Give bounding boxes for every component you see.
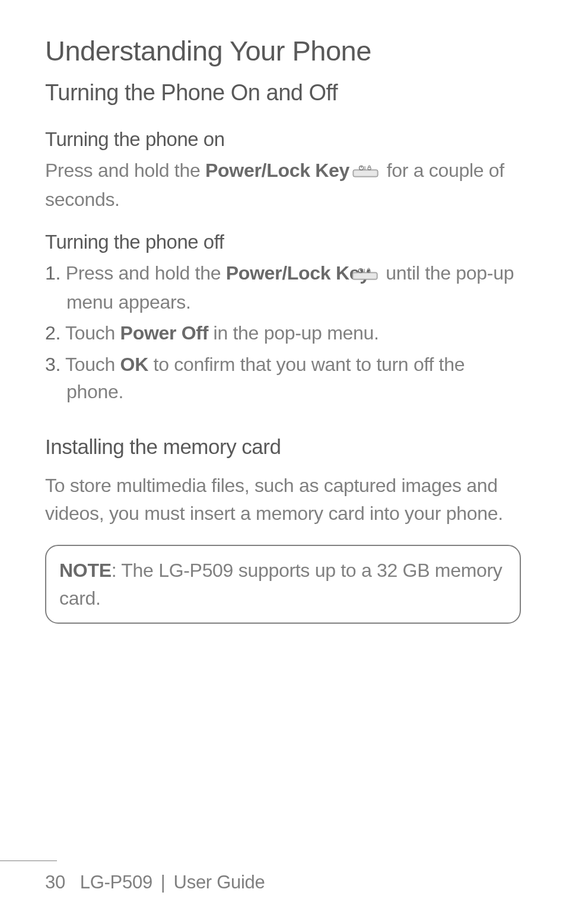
section-heading-power: Turning the Phone On and Off [45,80,521,106]
phone-off-steps: 1. Press and hold the Power/Lock Key unt… [45,259,521,405]
svg-rect-1 [354,171,377,176]
text-pre: Press and hold the [61,262,226,284]
footer-model: LG-P509 [80,872,152,893]
footer-doc: User Guide [174,872,265,893]
note-content: : The LG-P509 supports up to a 32 GB mem… [59,560,503,608]
note-label: NOTE [59,560,112,581]
text-pre: Touch [61,322,120,344]
footer-divider-line [0,861,57,862]
sub-heading-phone-on: Turning the phone on [45,128,521,151]
memory-card-body: To store multimedia files, such as captu… [45,472,521,527]
note-box: NOTE: The LG-P509 supports up to a 32 GB… [45,545,521,624]
note-text: NOTE: The LG-P509 supports up to a 32 GB… [59,557,507,612]
footer: 30 LG-P509|User Guide [45,872,265,893]
list-item: 2. Touch Power Off in the pop-up menu. [45,319,521,347]
sub-heading-phone-off: Turning the phone off [45,231,521,253]
list-marker: 1. [45,262,61,284]
power-lock-key-icon [373,261,379,288]
svg-rect-5 [368,167,371,170]
text-pre: Touch [61,354,120,375]
list-marker: 3. [45,354,61,375]
svg-rect-11 [367,270,370,272]
text-bold: OK [120,354,148,375]
page-number: 30 [45,872,65,893]
page-title: Understanding Your Phone [45,34,521,67]
list-item: 1. Press and hold the Power/Lock Key unt… [45,259,521,316]
text-pre: Press and hold the [45,160,205,181]
power-lock-key-label: Power/Lock Key [205,160,349,181]
list-marker: 2. [45,322,61,344]
text-bold: Power/Lock Key [226,262,370,284]
power-lock-key-icon [352,158,379,185]
list-item: 3. Touch OK to confirm that you want to … [45,351,521,406]
footer-divider: | [161,872,166,893]
section-heading-memory: Installing the memory card [45,435,521,459]
text-bold: Power Off [120,322,208,344]
phone-on-instruction: Press and hold the Power/Lock Key for a … [45,157,521,213]
text-post: in the pop-up menu. [208,322,379,344]
svg-rect-7 [354,274,376,278]
